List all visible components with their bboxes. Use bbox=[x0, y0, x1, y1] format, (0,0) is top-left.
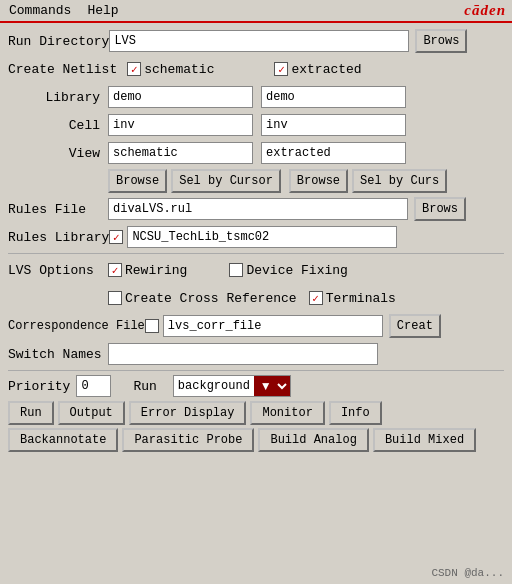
watermark: CSDN @da... bbox=[431, 565, 504, 580]
create-netlist-label: Create Netlist bbox=[8, 62, 117, 77]
extracted-checkbox[interactable] bbox=[274, 62, 288, 76]
menu-commands[interactable]: Commands bbox=[6, 2, 74, 19]
main-form: Run Directory Brows Create Netlist schem… bbox=[0, 23, 512, 458]
run-directory-label: Run Directory bbox=[8, 34, 109, 49]
output-btn[interactable]: Output bbox=[58, 401, 125, 425]
brand-logo: cāden bbox=[464, 2, 506, 19]
run-btn[interactable]: Run bbox=[8, 401, 54, 425]
rules-file-row: Rules File Brows bbox=[8, 197, 504, 221]
device-fixing-checkbox-label: Device Fixing bbox=[229, 263, 347, 278]
library-extracted-input[interactable] bbox=[261, 86, 406, 108]
correspondence-file-create-btn[interactable]: Creat bbox=[389, 314, 441, 338]
schematic-checkbox-label: schematic bbox=[127, 62, 214, 77]
cross-ref-checkbox[interactable] bbox=[108, 291, 122, 305]
lvs-options-label: LVS Options bbox=[8, 263, 108, 278]
view-extracted-input[interactable] bbox=[261, 142, 406, 164]
sel-by-cursor-extracted-btn[interactable]: Sel by Curs bbox=[352, 169, 447, 193]
library-schematic-input[interactable] bbox=[108, 86, 253, 108]
cell-label: Cell bbox=[8, 118, 108, 133]
library-row: Library bbox=[8, 85, 504, 109]
create-netlist-row: Create Netlist schematic extracted bbox=[8, 57, 504, 81]
rules-library-row: Rules Library bbox=[8, 225, 504, 249]
error-display-btn[interactable]: Error Display bbox=[129, 401, 247, 425]
build-analog-btn[interactable]: Build Analog bbox=[258, 428, 368, 452]
rules-library-checkbox-wrap bbox=[109, 230, 123, 244]
extracted-checkbox-label: extracted bbox=[274, 62, 361, 77]
cell-schematic-input[interactable] bbox=[108, 114, 253, 136]
run-directory-browse-btn[interactable]: Brows bbox=[415, 29, 467, 53]
divider-1 bbox=[8, 253, 504, 254]
background-dropdown-wrap: background ▼ bbox=[173, 375, 291, 397]
priority-label: Priority bbox=[8, 379, 70, 394]
browse-sel-row: Browse Sel by Cursor Browse Sel by Curs bbox=[8, 169, 504, 193]
rules-file-browse-btn[interactable]: Brows bbox=[414, 197, 466, 221]
browse-extracted-btn[interactable]: Browse bbox=[289, 169, 348, 193]
build-mixed-btn[interactable]: Build Mixed bbox=[373, 428, 476, 452]
correspondence-file-row: Correspondence File Creat bbox=[8, 314, 504, 338]
parasitic-probe-btn[interactable]: Parasitic Probe bbox=[122, 428, 254, 452]
correspondence-file-input[interactable] bbox=[163, 315, 383, 337]
menu-items: Commands Help bbox=[6, 2, 122, 19]
rules-file-input[interactable] bbox=[108, 198, 408, 220]
schematic-checkbox[interactable] bbox=[127, 62, 141, 76]
cell-extracted-input[interactable] bbox=[261, 114, 406, 136]
extra-buttons-row: Backannotate Parasitic Probe Build Analo… bbox=[8, 428, 504, 452]
rewiring-checkbox-label: Rewiring bbox=[108, 263, 187, 278]
terminals-checkbox[interactable] bbox=[309, 291, 323, 305]
lvs-options-label-row: LVS Options Rewiring Device Fixing bbox=[8, 258, 504, 282]
view-row: View bbox=[8, 141, 504, 165]
rewiring-checkbox[interactable] bbox=[108, 263, 122, 277]
cross-ref-checkbox-label: Create Cross Reference bbox=[108, 291, 297, 306]
run-directory-row: Run Directory Brows bbox=[8, 29, 504, 53]
menubar: Commands Help cāden bbox=[0, 0, 512, 23]
menu-help[interactable]: Help bbox=[84, 2, 121, 19]
switch-names-row: Switch Names bbox=[8, 342, 504, 366]
backannotate-btn[interactable]: Backannotate bbox=[8, 428, 118, 452]
background-dropdown-text: background bbox=[174, 379, 254, 393]
info-btn[interactable]: Info bbox=[329, 401, 382, 425]
rules-file-label: Rules File bbox=[8, 202, 108, 217]
correspondence-file-label: Correspondence File bbox=[8, 319, 145, 333]
correspondence-file-checkbox[interactable] bbox=[145, 319, 159, 333]
priority-row: Priority Run background ▼ bbox=[8, 375, 504, 397]
priority-input[interactable] bbox=[76, 375, 111, 397]
rules-library-label: Rules Library bbox=[8, 230, 109, 245]
monitor-btn[interactable]: Monitor bbox=[250, 401, 324, 425]
terminals-checkbox-label: Terminals bbox=[309, 291, 396, 306]
run-directory-input[interactable] bbox=[109, 30, 409, 52]
rules-library-checkbox[interactable] bbox=[109, 230, 123, 244]
cell-row: Cell bbox=[8, 113, 504, 137]
device-fixing-checkbox[interactable] bbox=[229, 263, 243, 277]
action-buttons-row: Run Output Error Display Monitor Info bbox=[8, 401, 504, 425]
lvs-options-row2: Create Cross Reference Terminals bbox=[8, 286, 504, 310]
run-label: Run bbox=[133, 379, 156, 394]
rules-library-input[interactable] bbox=[127, 226, 397, 248]
divider-2 bbox=[8, 370, 504, 371]
background-dropdown[interactable]: ▼ bbox=[254, 376, 290, 396]
switch-names-input[interactable] bbox=[108, 343, 378, 365]
switch-names-label: Switch Names bbox=[8, 347, 108, 362]
view-schematic-input[interactable] bbox=[108, 142, 253, 164]
view-label: View bbox=[8, 146, 108, 161]
library-label: Library bbox=[8, 90, 108, 105]
sel-by-cursor-schematic-btn[interactable]: Sel by Cursor bbox=[171, 169, 281, 193]
browse-schematic-btn[interactable]: Browse bbox=[108, 169, 167, 193]
